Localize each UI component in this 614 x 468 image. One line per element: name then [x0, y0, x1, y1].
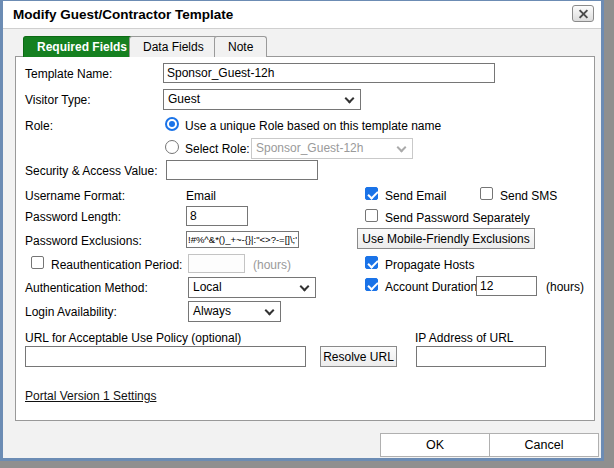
- role-select-radio[interactable]: [165, 140, 179, 154]
- role-label: Role:: [25, 119, 53, 133]
- visitor-type-select[interactable]: Guest: [163, 89, 361, 110]
- authentication-method-select[interactable]: Local: [188, 277, 316, 298]
- template-name-label: Template Name:: [25, 67, 112, 81]
- send-email-checkbox[interactable]: [365, 187, 378, 200]
- chevron-down-icon: [265, 306, 275, 316]
- resolve-url-button[interactable]: Resolve URL: [320, 346, 397, 367]
- role-unique-label: Use a unique Role based on this template…: [185, 119, 441, 133]
- visitor-type-label: Visitor Type:: [25, 93, 91, 107]
- close-icon: [579, 9, 588, 18]
- send-password-separately-checkbox[interactable]: [365, 209, 378, 222]
- visitor-type-value: Guest: [168, 92, 200, 106]
- url-aup-label: URL for Acceptable Use Policy (optional): [25, 331, 241, 345]
- reauthentication-period-input[interactable]: [188, 254, 245, 273]
- role-select-label: Select Role:: [185, 142, 250, 156]
- send-password-separately-label: Send Password Separately: [385, 211, 530, 225]
- modify-guest-contractor-template-dialog: Modify Guest/Contractor Template Require…: [0, 0, 604, 461]
- dialog-title: Modify Guest/Contractor Template: [13, 7, 233, 22]
- chevron-down-icon: [300, 282, 310, 292]
- account-duration-checkbox[interactable]: [365, 278, 378, 291]
- ip-address-label: IP Address of URL: [415, 331, 514, 345]
- password-length-label: Password Length:: [25, 210, 121, 224]
- authentication-method-value: Local: [193, 280, 222, 294]
- username-format-value: Email: [186, 189, 216, 203]
- use-mobile-friendly-exclusions-button[interactable]: Use Mobile-Friendly Exclusions: [357, 228, 535, 249]
- close-button[interactable]: [572, 5, 594, 22]
- propagate-hosts-checkbox[interactable]: [365, 256, 378, 269]
- desktop-background: Modify Guest/Contractor Template Require…: [0, 0, 614, 468]
- password-exclusions-label: Password Exclusions:: [25, 234, 142, 248]
- send-sms-label: Send SMS: [500, 189, 557, 203]
- tab-required-fields[interactable]: Required Fields: [23, 36, 141, 57]
- ip-address-input[interactable]: [416, 346, 546, 367]
- reauthentication-period-label: Reauthentication Period:: [51, 258, 182, 272]
- chevron-down-icon: [397, 143, 407, 153]
- portal-version-1-settings-link[interactable]: Portal Version 1 Settings: [25, 389, 156, 403]
- password-length-input[interactable]: [186, 206, 248, 226]
- reauthentication-period-checkbox[interactable]: [31, 256, 44, 269]
- password-exclusions-input[interactable]: [186, 231, 299, 248]
- cancel-button[interactable]: Cancel: [489, 433, 599, 457]
- template-name-input[interactable]: [163, 63, 495, 83]
- login-availability-value: Always: [193, 304, 231, 318]
- send-sms-checkbox[interactable]: [480, 187, 493, 200]
- security-access-value-label: Security & Access Value:: [25, 164, 158, 178]
- authentication-method-label: Authentication Method:: [25, 281, 148, 295]
- account-duration-label: Account Duration:: [385, 280, 480, 294]
- send-email-label: Send Email: [385, 189, 446, 203]
- account-duration-hours-suffix: (hours): [546, 280, 584, 294]
- url-aup-input[interactable]: [25, 346, 306, 367]
- dialog-titlebar: Modify Guest/Contractor Template: [3, 1, 601, 29]
- chevron-down-icon: [345, 94, 355, 104]
- select-role-value: Sponsor_Guest-12h: [256, 141, 363, 155]
- role-unique-radio[interactable]: [165, 117, 179, 131]
- propagate-hosts-label: Propagate Hosts: [385, 258, 474, 272]
- tab-data-fields[interactable]: Data Fields: [129, 36, 218, 57]
- select-role-select[interactable]: Sponsor_Guest-12h: [251, 138, 413, 159]
- username-format-label: Username Format:: [25, 189, 125, 203]
- reauthentication-hours-suffix: (hours): [253, 258, 291, 272]
- login-availability-label: Login Availability:: [25, 305, 117, 319]
- ok-button[interactable]: OK: [380, 433, 490, 457]
- account-duration-input[interactable]: [476, 276, 537, 296]
- tab-note[interactable]: Note: [214, 36, 267, 57]
- login-availability-select[interactable]: Always: [188, 301, 281, 322]
- security-access-value-input[interactable]: [166, 160, 318, 180]
